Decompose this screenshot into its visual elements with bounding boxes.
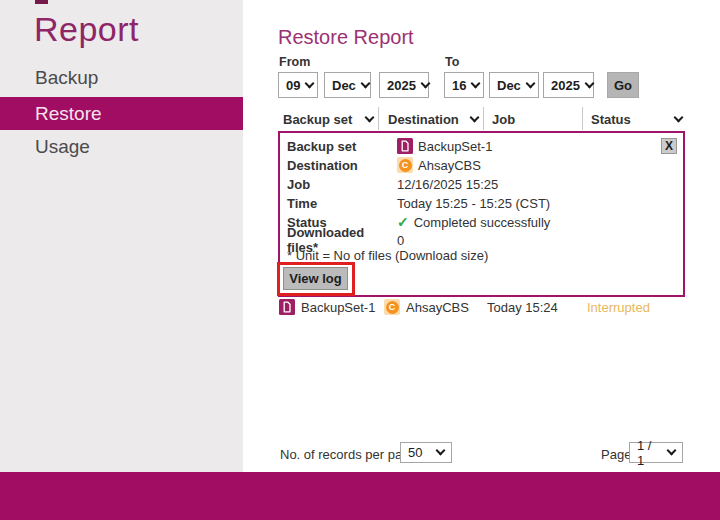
detail-row-time: Time Today 15:25 - 15:25 (CST) (287, 194, 550, 212)
sidebar-item-usage[interactable]: Usage (0, 135, 243, 159)
column-label: Job (492, 112, 515, 127)
detail-value: Completed successfully (414, 215, 551, 230)
footer-bar: Close Help (0, 472, 720, 520)
chevron-down-icon (470, 112, 480, 122)
detail-value: Today 15:25 - 15:25 (CST) (397, 196, 550, 211)
to-label: To (445, 55, 459, 69)
detail-value: AhsayCBS (418, 158, 481, 173)
chevron-down-icon (365, 112, 375, 122)
ahsaycbs-c-icon: C (397, 157, 413, 173)
from-day-select[interactable]: 09 (278, 72, 318, 98)
from-year-select[interactable]: 2025 (379, 72, 429, 98)
detail-label: Destination (287, 158, 397, 173)
column-label: Status (591, 112, 631, 127)
report-window: Report Backup Restore Usage Restore Repo… (0, 0, 720, 520)
from-year-value: 2025 (387, 78, 416, 93)
to-day-value: 16 (452, 78, 466, 93)
sidebar-item-backup[interactable]: Backup (0, 66, 243, 90)
chevron-down-icon (420, 78, 430, 88)
chevron-down-icon (305, 78, 315, 88)
detail-row-destination: Destination C AhsayCBS (287, 156, 481, 174)
page-select[interactable]: 1 / 1 (629, 442, 683, 463)
detail-row-downloaded-files: Downloaded files* 0 (287, 231, 404, 249)
chevron-down-icon (674, 112, 684, 122)
column-separator (378, 107, 379, 130)
restore-job-row[interactable]: BackupSet-1 C AhsayCBS Today 15:24 Inter… (278, 298, 686, 320)
from-month-select[interactable]: Dec (324, 72, 371, 98)
from-month-value: Dec (332, 78, 356, 93)
row-backup-set: BackupSet-1 (301, 300, 375, 315)
column-label: Backup set (283, 112, 352, 127)
page-title: Report (34, 10, 139, 49)
page-value: 1 / 1 (637, 438, 662, 468)
row-status-badge: Interrupted (587, 300, 650, 315)
go-button[interactable]: Go (607, 72, 639, 98)
view-log-button[interactable]: View log (283, 267, 348, 290)
from-day-value: 09 (286, 78, 300, 93)
section-heading: Restore Report (278, 26, 414, 49)
ahsaycbs-c-icon: C (384, 299, 400, 315)
detail-value: 0 (397, 233, 404, 248)
row-job-time: Today 15:24 (487, 300, 558, 315)
page-label: Page (601, 447, 631, 462)
records-per-page-value: 50 (408, 445, 422, 460)
unit-footnote: * Unit = No of files (Download size) (287, 248, 488, 263)
column-filter-backup-set[interactable]: Backup set (283, 108, 373, 130)
chevron-down-icon (360, 78, 370, 88)
sidebar-item-restore[interactable]: Restore (0, 97, 243, 130)
sidebar: Report Backup Restore Usage (0, 0, 243, 472)
detail-label: Time (287, 196, 397, 211)
check-icon: ✓ (397, 215, 409, 229)
column-separator (582, 107, 583, 130)
to-month-value: Dec (497, 78, 521, 93)
detail-value: BackupSet-1 (418, 139, 492, 154)
detail-value: 12/16/2025 15:25 (397, 177, 498, 192)
detail-row-backup-set: Backup set BackupSet-1 (287, 137, 492, 155)
to-month-select[interactable]: Dec (489, 72, 539, 98)
from-label: From (279, 55, 310, 69)
chevron-down-icon (525, 78, 535, 88)
document-icon (279, 299, 295, 315)
chevron-down-icon (436, 446, 446, 456)
column-separator (483, 107, 484, 130)
detail-row-job: Job 12/16/2025 15:25 (287, 175, 498, 193)
row-destination: AhsayCBS (406, 300, 469, 315)
column-filter-destination[interactable]: Destination (388, 108, 478, 130)
chevron-down-icon (667, 446, 677, 456)
column-filter-status[interactable]: Status (591, 108, 682, 130)
records-per-page-select[interactable]: 50 (400, 442, 452, 463)
chevron-down-icon (584, 78, 594, 88)
detail-label: Job (287, 177, 397, 192)
records-per-page-label: No. of records per page (280, 447, 417, 462)
column-header-job: Job (492, 108, 572, 130)
to-day-select[interactable]: 16 (444, 72, 484, 98)
to-year-value: 2025 (551, 78, 580, 93)
detail-label: Backup set (287, 139, 397, 154)
chevron-down-icon (471, 78, 481, 88)
window-accent-tick (35, 0, 48, 4)
document-icon (397, 138, 413, 154)
to-year-select[interactable]: 2025 (543, 72, 594, 98)
close-detail-button[interactable]: X (661, 138, 677, 154)
column-label: Destination (388, 112, 459, 127)
